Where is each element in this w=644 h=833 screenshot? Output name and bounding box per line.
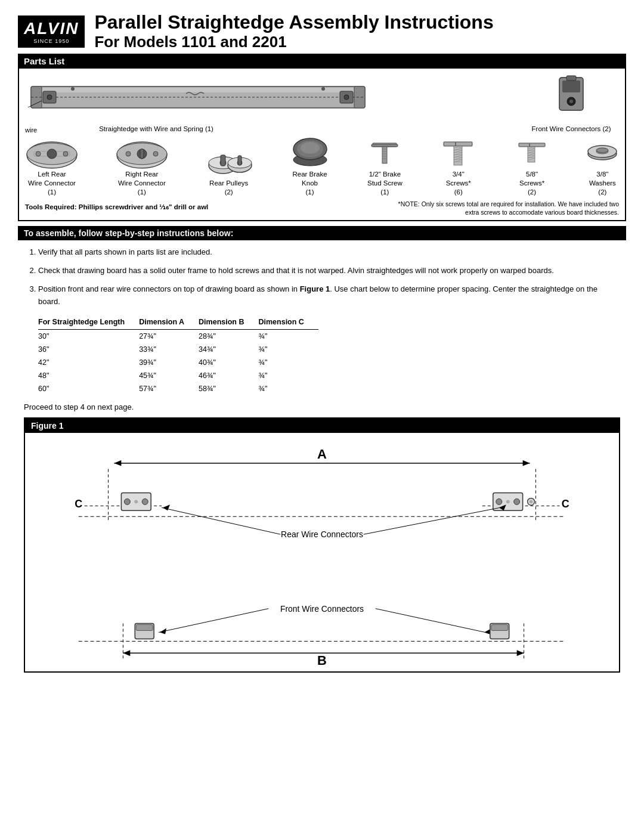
svg-point-77 — [506, 500, 510, 504]
three-eighth-washers-label: 3/8"Washers(2) — [589, 170, 616, 197]
tools-required-label: Tools Required: Phillips screwdriver and… — [25, 203, 208, 210]
dimension-table: For Straightedge Length Dimension A Dime… — [38, 315, 318, 395]
logo-sub: SINCE 1950 — [24, 38, 79, 44]
proceed-text: Proceed to step 4 on next page. — [24, 402, 620, 411]
step-2: Check that drawing board has a solid out… — [38, 265, 620, 277]
svg-point-19 — [47, 149, 57, 159]
col-straightedge-length: For Straightedge Length — [38, 315, 139, 330]
step-1: Verify that all parts shown in parts lis… — [38, 246, 620, 259]
svg-line-82 — [364, 508, 500, 535]
straightedge-main: wire Straightedge with Wire and Spring (… — [25, 75, 512, 134]
title-block: Parallel Straightedge Assembly Instructi… — [94, 12, 493, 51]
svg-point-28 — [153, 151, 158, 156]
left-rear-connector-label: Left RearWire Connector(1) — [28, 170, 76, 197]
svg-point-15 — [569, 100, 573, 103]
svg-point-27 — [126, 151, 131, 156]
parts-second-row: Left RearWire Connector(1) Right RearWir… — [25, 137, 619, 197]
svg-marker-96 — [123, 651, 130, 657]
svg-line-81 — [162, 508, 280, 535]
rear-brake-knob-label: Rear BrakeKnob(1) — [292, 170, 327, 197]
table-row: 48"45¾"46¾"¾" — [38, 369, 318, 382]
col-dim-c: Dimension C — [258, 315, 318, 330]
figure1-container: Figure 1 A C C — [24, 417, 620, 673]
svg-point-10 — [321, 87, 325, 91]
instructions: Verify that all parts shown in parts lis… — [18, 246, 626, 395]
figure1-body: A C C Rear Wire — [25, 433, 619, 671]
svg-rect-1 — [31, 88, 365, 92]
step-header: To assemble, follow step-by-step instruc… — [18, 226, 626, 240]
part-three-quarter-screws: 3/4"Screws*(6) — [439, 137, 478, 197]
svg-point-9 — [71, 87, 75, 91]
svg-marker-61 — [114, 460, 121, 466]
svg-text:Front Wire Connectors: Front Wire Connectors — [280, 604, 364, 614]
svg-marker-97 — [517, 651, 524, 657]
straightedge-area: wire Straightedge with Wire and Spring (… — [25, 75, 619, 134]
logo-box: ALVIN SINCE 1950 — [18, 16, 85, 48]
table-row: 30"27¾"28¾"¾" — [38, 330, 318, 343]
rear-brake-knob-svg — [289, 137, 331, 170]
part-rear-brake-knob: Rear BrakeKnob(1) — [289, 137, 331, 197]
part-rear-pulleys: Rear Pulleys(2) — [205, 146, 253, 197]
svg-rect-33 — [221, 155, 225, 166]
svg-marker-89 — [160, 628, 166, 634]
step-3: Position front and rear wire connectors … — [38, 283, 620, 308]
svg-point-72 — [142, 499, 148, 505]
logo-text: ALVIN — [24, 19, 79, 38]
svg-text:B: B — [317, 654, 327, 668]
svg-rect-3 — [354, 86, 365, 108]
rear-pulleys-label: Rear Pulleys(2) — [209, 179, 248, 197]
straightedge-label: Straightedge with Wire and Spring (1) — [99, 125, 213, 132]
part-left-rear-wire-connector: Left RearWire Connector(1) — [25, 137, 79, 197]
part-five-eighth-screws: 5/8"Screws*(2) — [514, 137, 550, 197]
svg-point-21 — [63, 151, 68, 156]
svg-point-75 — [496, 499, 502, 505]
svg-point-6 — [47, 95, 52, 100]
page-title: Parallel Straightedge Assembly Instructi… — [94, 12, 493, 33]
part-half-inch-stud-screw: 1/2" BrakeStud Screw(1) — [367, 137, 402, 197]
page-header: ALVIN SINCE 1950 Parallel Straightedge A… — [18, 12, 626, 51]
svg-line-88 — [376, 609, 485, 633]
part-three-eighth-washers: 3/8"Washers(2) — [586, 137, 619, 197]
svg-point-20 — [36, 151, 41, 156]
svg-rect-94 — [491, 625, 508, 631]
right-rear-connector-svg — [115, 137, 169, 170]
three-quarter-screws-label: 3/4"Screws*(6) — [446, 170, 471, 197]
wire-label: wire — [25, 126, 37, 134]
svg-text:C: C — [562, 498, 569, 510]
svg-rect-16 — [566, 76, 576, 80]
col-dim-b: Dimension B — [199, 315, 258, 330]
tools-note: Tools Required: Phillips screwdriver and… — [25, 203, 208, 211]
three-quarter-screws-svg — [439, 137, 478, 170]
five-eighth-screws-label: 5/8"Screws*(2) — [519, 170, 544, 197]
page-subtitle: For Models 1101 and 2201 — [94, 33, 493, 51]
front-connectors-label: Front Wire Connectors (2) — [524, 125, 619, 132]
svg-text:A: A — [317, 447, 327, 462]
svg-point-8 — [344, 95, 349, 100]
svg-marker-62 — [523, 460, 530, 466]
svg-point-73 — [134, 500, 138, 504]
rear-pulleys-svg — [205, 146, 253, 179]
parts-list-box: wire Straightedge with Wire and Spring (… — [18, 69, 626, 221]
svg-rect-53 — [519, 143, 545, 147]
svg-rect-43 — [371, 144, 398, 147]
left-rear-connector-svg — [25, 137, 79, 170]
col-dim-a: Dimension A — [139, 315, 199, 330]
straightedge-svg — [25, 75, 371, 128]
svg-rect-13 — [562, 80, 580, 92]
table-row: 60"57¾"58¾"¾" — [38, 382, 318, 395]
parts-list-header: Parts List — [18, 54, 626, 69]
front-connector-svg — [547, 75, 595, 122]
half-inch-stud-screw-label: 1/2" BrakeStud Screw(1) — [367, 170, 402, 197]
svg-point-76 — [514, 499, 520, 505]
svg-line-87 — [159, 609, 268, 633]
figure1-header: Figure 1 — [25, 419, 619, 433]
part-right-rear-wire-connector: Right RearWire Connector(1) — [115, 137, 169, 197]
table-row: 36"33¾"34¾"¾" — [38, 343, 318, 356]
three-eighth-washers-svg — [586, 137, 619, 170]
svg-text:C: C — [75, 498, 82, 510]
svg-point-59 — [596, 148, 608, 153]
svg-rect-29 — [140, 149, 144, 159]
svg-rect-37 — [238, 156, 242, 165]
svg-marker-83 — [163, 505, 170, 511]
five-eighth-screws-svg — [514, 137, 550, 170]
